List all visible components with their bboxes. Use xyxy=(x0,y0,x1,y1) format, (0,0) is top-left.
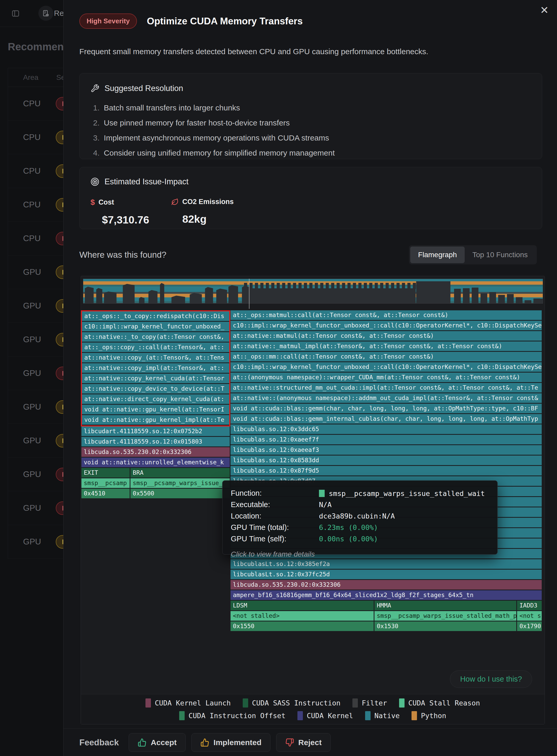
recommendation-row[interactable]: GPUM xyxy=(8,255,63,289)
flame-frame[interactable]: libcudart.41118559.so.12:0x0752b2 xyxy=(81,426,230,436)
flame-frame[interactable]: at::native::direct_copy_kernel_cuda(at: xyxy=(82,394,229,404)
area-cell: GPU xyxy=(23,470,41,479)
flame-frame[interactable]: EXIT xyxy=(81,468,130,478)
flame-frame[interactable]: smsp__pcsamp_warps_issue_stalled_math_p xyxy=(375,611,516,621)
flame-frame[interactable]: LDSM xyxy=(231,601,374,610)
flame-frame[interactable]: at::native::matmul(at::Tensor const&, at… xyxy=(231,331,542,341)
flame-frame[interactable]: at::(anonymous namespace)::wrapper_CUDA_… xyxy=(231,372,542,382)
recommendation-row[interactable]: CPUM xyxy=(8,188,63,222)
modal-header: High Severity Optimize CUDA Memory Trans… xyxy=(79,13,303,29)
flame-frame[interactable]: 0x1550 xyxy=(231,622,374,631)
legend-item: Native xyxy=(365,711,400,720)
thumbs-up-icon xyxy=(138,738,147,747)
tab-flamegraph[interactable]: Flamegraph xyxy=(410,247,464,263)
sidebar-toggle-icon[interactable] xyxy=(11,9,20,18)
recommendation-row[interactable]: CPUM xyxy=(8,121,63,154)
flame-frame[interactable]: libcuda.so.535.230.02:0x332306 xyxy=(81,447,230,457)
severity-badge: M xyxy=(56,164,63,178)
flame-frame[interactable]: at::native::copy_device_to_device(at::T xyxy=(82,384,229,394)
tooltip-executable-value: N/A xyxy=(319,501,332,509)
tab-top-10-functions[interactable]: Top 10 Functions xyxy=(465,247,535,263)
report-icon-button[interactable] xyxy=(38,6,53,21)
recommendation-row[interactable]: CPUH xyxy=(8,87,63,121)
flame-frame[interactable]: c10::impl::wrap_kernel_functor_unboxed_:… xyxy=(231,321,542,330)
implemented-button[interactable]: Implemented xyxy=(192,733,270,752)
flame-frame[interactable]: smsp__pcsamp xyxy=(81,478,130,488)
flame-frame[interactable]: at::native::copy_kernel_cuda(at::Tensor xyxy=(82,373,229,383)
recommendation-row[interactable]: CPUH xyxy=(8,222,63,255)
flame-frame[interactable]: at::_ops::copy_::call(at::Tensor&, at:: xyxy=(82,342,229,352)
tooltip-gpu-self-value: 0.00ns (0.00%) xyxy=(319,535,378,543)
flame-row: at::_ops::mm::call(at::Tensor const&, at… xyxy=(231,352,542,361)
recommendation-row[interactable]: GPUM xyxy=(8,390,63,424)
flame-row: at::native::structured_mm_out_cuda::impl… xyxy=(231,383,542,393)
help-button[interactable]: How do I use this? xyxy=(450,670,532,688)
flame-frame[interactable]: <not stalled> xyxy=(231,611,374,621)
flame-frame[interactable]: at::_ops::mm::call(at::Tensor const&, at… xyxy=(231,352,542,361)
feedback-label: Feedback xyxy=(79,737,119,748)
flame-frame[interactable]: at::native::(anonymous namespace)::addmm… xyxy=(231,393,542,403)
flame-frame[interactable]: libcudart.41118559.so.12:0x015803 xyxy=(81,437,230,447)
flame-frame[interactable]: void at::native::unrolled_elementwise_k xyxy=(81,458,230,467)
flame-frame[interactable]: libcublas.so.12:0x3ddc65 xyxy=(231,424,542,434)
area-cell: GPU xyxy=(23,301,41,311)
flame-frame[interactable]: BRA xyxy=(130,468,230,478)
flame-frame[interactable]: void at::cuda::blas::gemm(char, char, lo… xyxy=(231,404,542,413)
flame-frame[interactable]: libcublas.so.12:0xaeeaf3 xyxy=(231,445,542,455)
impact-card: Estimated Issue-Impact $Cost $7,310.76 C… xyxy=(79,167,542,229)
recommendation-row[interactable]: GPUH xyxy=(8,458,63,491)
flame-frame[interactable]: libcublas.so.12:0xaeef7f xyxy=(231,435,542,444)
flame-frame[interactable]: c10::impl::wrap_kernel_functor_unboxed_:… xyxy=(231,362,542,372)
flame-frame[interactable]: at::native::copy_(at::Tensor&, at::Tens xyxy=(82,353,229,362)
resolution-step: Consider using unified memory for simpli… xyxy=(93,149,531,157)
flame-frame[interactable]: ampere_bf16_s16816gemm_bf16_64x64_sliced… xyxy=(231,590,542,600)
recommendation-row[interactable]: GPUH xyxy=(8,357,63,390)
flame-frame[interactable]: 0x5500 xyxy=(130,489,230,498)
recommendation-row[interactable]: GPUM xyxy=(8,525,63,559)
severity-badge: H xyxy=(56,367,63,380)
recommendation-row[interactable]: GPUM xyxy=(8,424,63,458)
co2-metric: CO2 Emissions 82kg xyxy=(171,198,234,226)
flame-frame[interactable]: libcublasLt.so.12:0x37fc25d xyxy=(231,570,542,579)
flame-frame[interactable]: libcublas.so.12:0x8583dd xyxy=(231,455,542,465)
flame-row: at::native::copy_kernel_cuda(at::Tensor xyxy=(82,373,229,383)
flame-row: 0x15500x15300x1790 xyxy=(231,622,542,631)
flame-frame[interactable]: IADD3 xyxy=(517,601,542,610)
flame-frame[interactable]: libcublas.so.12:0x87f9d5 xyxy=(231,466,542,476)
area-cell: CPU xyxy=(23,234,41,243)
flame-frame[interactable]: smsp__pcsamp_warps_issue_ xyxy=(130,478,230,488)
flame-frame[interactable]: 0x1530 xyxy=(375,622,516,631)
severity-badge: H xyxy=(56,502,63,515)
flame-frame[interactable]: <not s xyxy=(517,611,542,621)
severity-badge: M xyxy=(56,198,63,212)
flame-frame[interactable]: 0x1790 xyxy=(517,622,542,631)
flame-frame[interactable]: void at::native::gpu_kernel_impl(at::Te xyxy=(82,415,229,425)
reject-button[interactable]: Reject xyxy=(276,733,331,752)
thumbs-down-icon xyxy=(285,738,294,747)
severity-badge: High Severity xyxy=(79,13,137,29)
recommendation-row[interactable]: GPUH xyxy=(8,491,63,525)
recommendation-row[interactable]: GPUM xyxy=(8,323,63,357)
flame-frame[interactable]: c10::impl::wrap_kernel_functor_unboxed_ xyxy=(82,322,229,331)
flame-frame[interactable]: at::native::copy_impl(at::Tensor&, at:: xyxy=(82,363,229,373)
severity-badge: M xyxy=(56,400,63,414)
flame-row: libcublas.so.12:0xaeef7f xyxy=(231,435,542,444)
close-icon[interactable]: ✕ xyxy=(540,4,549,16)
flame-frame[interactable]: at::native::_matmul_impl(at::Tensor&, at… xyxy=(231,341,542,351)
recommendation-row[interactable]: CPUM xyxy=(8,154,63,188)
flame-frame[interactable]: at::_ops::_to_copy::redispatch(c10::Dis xyxy=(82,311,229,321)
flamegraph-minimap[interactable] xyxy=(83,279,543,304)
flame-frame[interactable]: at::native::_to_copy(at::Tensor const&, xyxy=(82,332,229,342)
minimap-cursor[interactable] xyxy=(249,279,250,309)
accept-button[interactable]: Accept xyxy=(128,733,186,752)
flame-frame[interactable]: at::native::structured_mm_out_cuda::impl… xyxy=(231,383,542,393)
flame-frame[interactable]: at::_ops::matmul::call(at::Tensor const&… xyxy=(231,310,542,320)
flame-frame[interactable]: 0x4510 xyxy=(81,489,130,498)
flame-frame[interactable]: void at::native::gpu_kernel(at::TensorI xyxy=(82,405,229,414)
flame-frame[interactable]: libcuda.so.535.230.02:0x332306 xyxy=(231,580,542,589)
flame-frame[interactable]: libcublasLt.so.12:0x385ef2a xyxy=(231,559,542,569)
flame-frame[interactable]: void at::cuda::blas::gemm_internal_cubla… xyxy=(231,414,542,424)
recommendation-row[interactable]: GPUM xyxy=(8,289,63,323)
flame-frame[interactable]: HMMA xyxy=(375,601,516,610)
flame-row: at::native::_matmul_impl(at::Tensor&, at… xyxy=(231,341,542,351)
